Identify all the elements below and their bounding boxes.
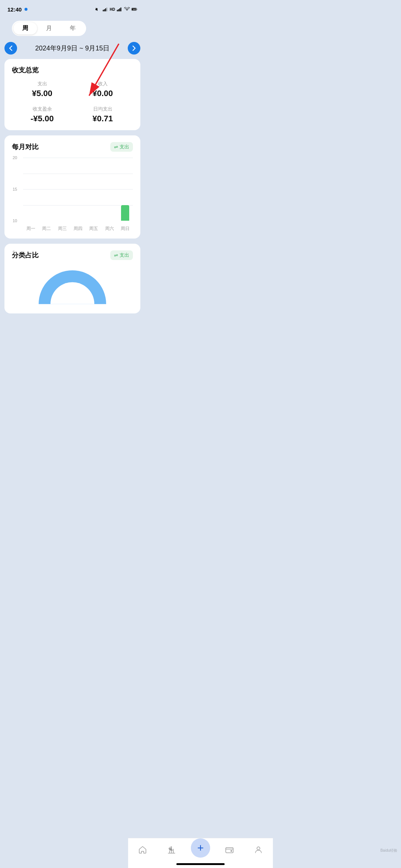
tab-week[interactable]: 周 [13, 22, 37, 34]
tab-year[interactable]: 年 [61, 22, 85, 34]
svg-rect-3 [106, 7, 107, 11]
category-toggle-button[interactable]: ⇌ 支出 [110, 250, 133, 260]
svg-rect-7 [120, 7, 121, 11]
status-icons: HD 100 [95, 7, 137, 11]
mute-icon [95, 7, 101, 11]
day-label-5: 周六 [105, 226, 114, 232]
day-label-0: 周一 [26, 226, 35, 232]
daily-value: ¥0.71 [72, 114, 133, 124]
next-date-button[interactable] [128, 42, 140, 55]
chevron-right-icon [132, 45, 136, 51]
svg-rect-2 [105, 9, 106, 11]
day-label-2: 周三 [58, 226, 67, 232]
signal2-icon [117, 7, 123, 11]
bars-container [23, 158, 133, 221]
date-range-label: 2024年9月9日 ~ 9月15日 [35, 44, 110, 53]
battery-icon: 100 [131, 7, 137, 11]
income-label: 收入 [72, 80, 133, 87]
summary-title: 收支总览 [12, 66, 133, 75]
svg-text:100: 100 [133, 9, 136, 10]
income-cell: 收入 ¥0.00 [72, 80, 133, 98]
toggle-label: 支出 [120, 144, 129, 150]
expense-cell: 支出 ¥5.00 [12, 80, 72, 98]
summary-grid: 支出 ¥5.00 收入 ¥0.00 收支盈余 -¥5.00 日均支出 ¥0.71 [12, 80, 133, 124]
income-value: ¥0.00 [72, 89, 133, 98]
donut-chart-wrap [12, 266, 133, 307]
bar-6 [121, 205, 129, 221]
signal-icon [102, 7, 108, 11]
donut-chart [35, 266, 110, 307]
day-label-1: 周二 [42, 226, 51, 232]
chevron-left-icon [9, 45, 13, 51]
status-dot [25, 8, 27, 11]
bar-day-labels: 周一周二周三周四周五周六周日 [23, 226, 133, 232]
daily-label: 日均支出 [72, 106, 133, 112]
category-card: 分类占比 ⇌ 支出 [4, 244, 140, 313]
tab-month[interactable]: 月 [37, 22, 61, 34]
monthly-title: 每月对比 [12, 142, 39, 151]
period-tabs-wrap: 周 月 年 [0, 16, 145, 36]
status-bar: 12:40 HD [0, 0, 145, 16]
cat-toggle-label: 支出 [120, 252, 129, 259]
day-label-4: 周五 [89, 226, 98, 232]
status-time: 12:40 [7, 6, 22, 13]
period-tabs: 周 月 年 [12, 21, 86, 36]
bar-chart: 2015105 周一周二周三周四周五周六周日 [12, 158, 133, 232]
wifi-icon [124, 7, 130, 11]
prev-date-button[interactable] [4, 42, 17, 55]
monthly-header: 每月对比 ⇌ 支出 [12, 142, 133, 152]
category-header: 分类占比 ⇌ 支出 [12, 250, 133, 260]
svg-rect-4 [117, 10, 118, 11]
monthly-card: 每月对比 ⇌ 支出 2015105 周一周二周三周四周五周六周日 [4, 135, 140, 239]
bar-col-6 [117, 205, 133, 221]
svg-rect-5 [118, 9, 119, 11]
category-title: 分类占比 [12, 251, 39, 260]
balance-value: -¥5.00 [12, 114, 72, 124]
cat-toggle-icon: ⇌ [114, 253, 118, 258]
date-navigator: 2024年9月9日 ~ 9月15日 [0, 40, 145, 59]
balance-label: 收支盈余 [12, 106, 72, 112]
day-label-3: 周四 [74, 226, 82, 232]
toggle-icon: ⇌ [114, 144, 118, 150]
day-label-6: 周日 [121, 226, 130, 232]
expense-value: ¥5.00 [12, 89, 72, 98]
svg-rect-0 [102, 10, 103, 11]
balance-cell: 收支盈余 -¥5.00 [12, 106, 72, 124]
monthly-toggle-button[interactable]: ⇌ 支出 [110, 142, 133, 152]
daily-cell: 日均支出 ¥0.71 [72, 106, 133, 124]
svg-rect-1 [104, 9, 105, 11]
hd-label: HD [110, 7, 115, 11]
summary-card: 收支总览 支出 ¥5.00 收入 ¥0.00 收支盈余 -¥5.00 日均支出 … [4, 59, 140, 130]
svg-rect-6 [119, 9, 120, 11]
expense-label: 支出 [12, 80, 72, 87]
